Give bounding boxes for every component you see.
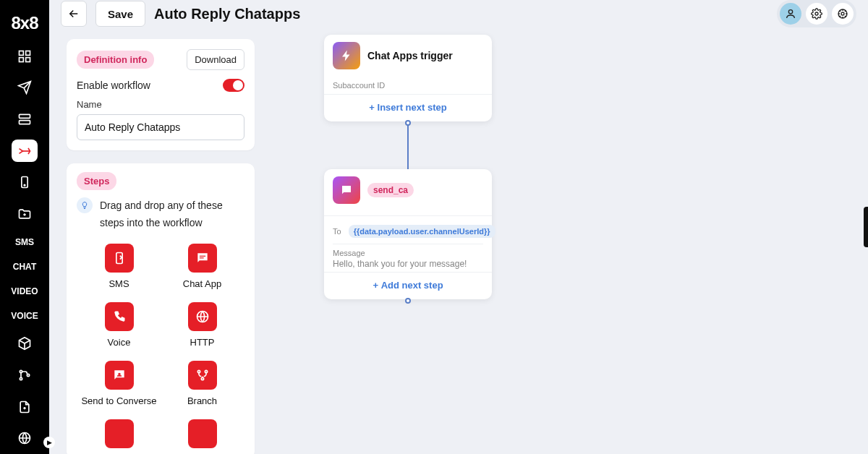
send-icon[interactable] (12, 77, 38, 100)
gear-icon[interactable] (806, 3, 827, 25)
steps-card: Steps Drag and drop any of these steps i… (67, 163, 255, 454)
svg-rect-1 (26, 51, 30, 55)
svg-point-21 (197, 370, 200, 372)
svg-point-20 (118, 372, 120, 374)
back-button[interactable] (61, 1, 87, 27)
git-icon[interactable] (12, 364, 38, 387)
voice-step-icon (105, 302, 134, 331)
workflow-canvas[interactable]: Chat Apps trigger Subaccount ID + Insert… (266, 27, 868, 454)
sidebar-label-sms[interactable]: SMS (15, 237, 34, 247)
insert-next-step-button[interactable]: + Insert next step (324, 94, 492, 121)
to-value-chip: {{data.payload.user.channelUserId}} (349, 225, 495, 238)
subaccount-label: Subaccount ID (333, 81, 483, 90)
http-step-icon (188, 302, 217, 331)
app-sidebar: 8x8 SMS CHAT VIDEO VOICE ▶ (0, 0, 49, 454)
svg-point-13 (815, 12, 818, 15)
step-extra1[interactable] (81, 419, 157, 448)
svg-point-22 (205, 370, 207, 372)
dashboard-icon[interactable] (12, 45, 38, 68)
step-branch[interactable]: Branch (164, 361, 240, 406)
converse-step-icon (105, 361, 134, 390)
package-icon[interactable] (12, 333, 38, 356)
sidebar-label-voice[interactable]: VOICE (11, 311, 38, 321)
help-icon[interactable] (832, 3, 854, 25)
download-button[interactable]: Download (187, 49, 244, 70)
sidebar-label-chat[interactable]: CHAT (13, 262, 36, 272)
file-icon[interactable] (12, 395, 38, 419)
svg-rect-5 (20, 121, 30, 124)
message-label: Message (333, 249, 483, 257)
send-ca-chip: send_ca (367, 183, 414, 197)
chat-icon (333, 176, 360, 204)
hint-text: Drag and drop any of these steps into th… (100, 197, 244, 232)
svg-rect-4 (20, 114, 30, 118)
svg-rect-3 (26, 57, 30, 61)
enable-workflow-label: Enable workflow (77, 80, 150, 91)
svg-rect-0 (20, 51, 24, 55)
branch-step-icon (188, 361, 217, 390)
step-http[interactable]: HTTP (164, 302, 240, 348)
panel-handle[interactable] (864, 207, 868, 247)
step-voice[interactable]: Voice (81, 302, 157, 348)
trigger-title: Chat Apps trigger (367, 50, 453, 61)
logo: 8x8 (11, 0, 38, 40)
send-ca-node[interactable]: send_ca To {{data.payload.user.channelUs… (324, 169, 492, 299)
enable-workflow-toggle[interactable] (223, 79, 244, 92)
user-icon[interactable] (780, 3, 801, 25)
lightning-icon (333, 42, 360, 69)
new-folder-icon[interactable] (12, 202, 38, 226)
svg-point-9 (20, 377, 22, 380)
step-sms[interactable]: SMS (81, 244, 157, 289)
step-send-converse[interactable]: Send to Converse (81, 361, 157, 406)
workflow-name-input[interactable] (77, 114, 244, 140)
extra-step-icon (188, 419, 217, 448)
sms-step-icon (105, 244, 134, 273)
device-icon[interactable] (12, 171, 38, 194)
message-value: Hello, thank you for your message! (333, 259, 483, 269)
definition-card: Definition info Download Enable workflow… (67, 39, 255, 150)
svg-rect-17 (199, 255, 205, 256)
globe-icon[interactable] (12, 427, 38, 450)
svg-point-8 (20, 370, 22, 372)
extra-step-icon (105, 419, 134, 448)
add-next-step-button[interactable]: + Add next step (324, 272, 492, 299)
topbar: Save Auto Reply Chatapps (49, 0, 868, 27)
definition-badge: Definition info (77, 51, 154, 69)
svg-point-15 (841, 12, 844, 15)
svg-rect-2 (20, 57, 24, 61)
trigger-node[interactable]: Chat Apps trigger Subaccount ID + Insert… (324, 35, 492, 121)
svg-point-10 (27, 374, 29, 376)
save-button[interactable]: Save (95, 1, 145, 27)
chatapp-step-icon (188, 244, 217, 273)
step-extra2[interactable] (164, 419, 240, 448)
step-chatapp[interactable]: Chat App (164, 244, 240, 289)
header-actions (777, 0, 856, 27)
steps-badge: Steps (77, 172, 116, 190)
page-title: Auto Reply Chatapps (154, 6, 300, 22)
server-icon[interactable] (12, 108, 38, 131)
name-label: Name (77, 99, 244, 110)
workflow-icon[interactable] (12, 140, 38, 163)
to-label: To (333, 227, 341, 236)
main-area: Save Auto Reply Chatapps Definition info… (49, 0, 868, 454)
sidebar-label-video[interactable]: VIDEO (11, 286, 38, 296)
svg-point-7 (24, 185, 25, 187)
svg-rect-18 (199, 257, 203, 258)
svg-point-12 (788, 10, 792, 14)
left-panel: Definition info Download Enable workflow… (49, 27, 266, 454)
hint-bulb-icon (77, 197, 93, 213)
svg-point-23 (201, 377, 203, 380)
